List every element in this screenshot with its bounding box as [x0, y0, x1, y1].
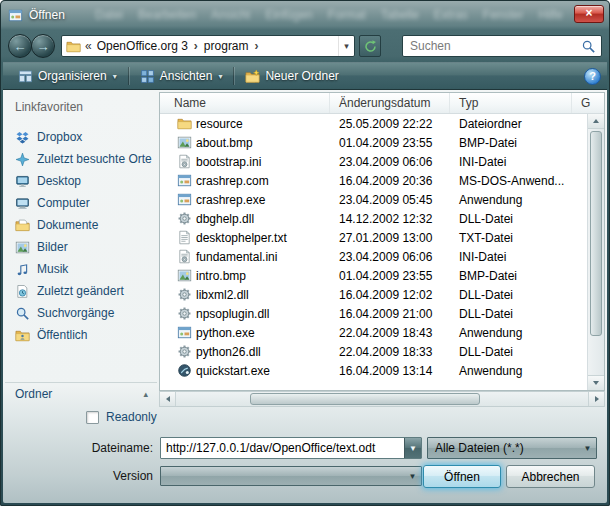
background-menu-item: Bearbeiten	[138, 8, 196, 22]
file-type: INI-Datei	[450, 155, 572, 169]
sidebar-item-zuletzt-besuchte-orte[interactable]: Zuletzt besuchte Orte	[5, 148, 157, 170]
file-date: 16.04.2009 20:36	[330, 174, 450, 188]
version-label: Version	[3, 469, 153, 483]
breadcrumb-dropdown-button[interactable]: ▾	[338, 36, 354, 56]
recent-places-icon	[15, 152, 30, 167]
sidebar-item-dokumente[interactable]: Dokumente	[5, 214, 157, 236]
image-icon	[177, 135, 192, 150]
background-menu-item: Hilfe	[539, 8, 563, 22]
filename-dropdown-button[interactable]: ▼	[404, 438, 421, 458]
file-name: intro.bmp	[196, 269, 246, 283]
column-header-anderungsdatum[interactable]: Änderungsdatum	[330, 93, 450, 113]
readonly-row: Readonly	[86, 410, 157, 424]
background-menu-item: Extras	[434, 8, 468, 22]
file-row[interactable]: about.bmp01.04.2009 23:55BMP-Datei	[160, 133, 587, 152]
sidebar-item-suchvorgange[interactable]: Suchvorgänge	[5, 302, 157, 324]
file-type: Dateiordner	[450, 117, 572, 131]
file-row[interactable]: fundamental.ini23.04.2009 06:06INI-Datei	[160, 247, 587, 266]
views-icon	[140, 69, 155, 84]
column-header-name[interactable]: Name	[160, 93, 330, 113]
dropbox-icon	[15, 130, 30, 145]
ini-icon	[177, 249, 192, 264]
readonly-checkbox[interactable]	[86, 411, 99, 424]
sidebar-item-dropbox[interactable]: Dropbox	[5, 126, 157, 148]
breadcrumb-item-program[interactable]: program	[202, 39, 251, 53]
scroll-right-button[interactable]	[588, 392, 604, 406]
column-header-typ[interactable]: Typ	[450, 93, 572, 113]
address-bar[interactable]: « OpenOffice.org 3›program› ▾	[61, 35, 355, 57]
triangle-down-icon	[593, 381, 599, 385]
sidebar-item-computer[interactable]: Computer	[5, 192, 157, 214]
background-menu-item: Ansicht	[211, 8, 250, 22]
triangle-left-icon	[166, 396, 170, 402]
file-date: 16.04.2009 13:14	[330, 364, 450, 378]
refresh-button[interactable]	[359, 35, 381, 57]
toolbar-button-neuer-ordner[interactable]: Neuer Ordner	[236, 64, 347, 88]
sidebar-item-offentlich[interactable]: Öffentlich	[5, 324, 157, 346]
search-input[interactable]	[408, 38, 581, 54]
sidebar-item-zuletzt-geandert[interactable]: Zuletzt geändert	[5, 280, 157, 302]
filename-input[interactable]	[161, 438, 404, 458]
file-name: python26.dll	[196, 345, 261, 359]
file-name: about.bmp	[196, 136, 253, 150]
scroll-up-button[interactable]	[588, 114, 604, 129]
desktop-icon	[15, 174, 30, 189]
sidebar-item-bilder[interactable]: Bilder	[5, 236, 157, 258]
toolbar-button-organisieren[interactable]: Organisieren▾	[9, 64, 126, 88]
file-row[interactable]: libxml2.dll16.04.2009 12:02DLL-Datei	[160, 285, 587, 304]
folder-icon	[177, 116, 192, 131]
vertical-scrollbar[interactable]	[587, 114, 604, 390]
quickstart-icon	[177, 363, 192, 378]
breadcrumb-items: OpenOffice.org 3›program›	[95, 39, 263, 53]
scroll-down-button[interactable]	[588, 375, 604, 390]
searches-icon	[15, 306, 30, 321]
filetype-combo[interactable]: Alle Dateien (*.*) ▼	[427, 437, 597, 459]
titlebar[interactable]: Öffnen DateiBearbeitenAnsichtEinfügenFor…	[0, 0, 610, 30]
background-menu-item: Datei	[95, 8, 123, 22]
file-row[interactable]: dbghelp.dll14.12.2002 12:32DLL-Datei	[160, 209, 587, 228]
filename-combo[interactable]: ▼	[160, 437, 422, 459]
sidebar-item-musik[interactable]: Musik	[5, 258, 157, 280]
file-row[interactable]: python.exe22.04.2009 18:43Anwendung	[160, 323, 587, 342]
horizontal-scroll-thumb[interactable]	[250, 393, 480, 405]
file-row[interactable]: resource25.05.2009 22:22Dateiordner	[160, 114, 587, 133]
file-row[interactable]: npsoplugin.dll16.04.2009 21:00DLL-Datei	[160, 304, 587, 323]
file-type: DLL-Datei	[450, 212, 572, 226]
txt-icon	[177, 230, 192, 245]
file-date: 14.12.2002 12:32	[330, 212, 450, 226]
file-row[interactable]: bootstrap.ini23.04.2009 06:06INI-Datei	[160, 152, 587, 171]
horizontal-scrollbar[interactable]	[159, 391, 605, 407]
file-date: 23.04.2009 06:06	[330, 155, 450, 169]
close-button[interactable]: ×	[574, 5, 604, 23]
sidebar-item-desktop[interactable]: Desktop	[5, 170, 157, 192]
toolbar-button-ansichten[interactable]: Ansichten▾	[131, 64, 232, 88]
breadcrumb-item-openoffice-org-3[interactable]: OpenOffice.org 3	[95, 39, 190, 53]
file-type: DLL-Datei	[450, 307, 572, 321]
column-header-g[interactable]: G	[572, 93, 604, 113]
file-row[interactable]: intro.bmp01.04.2009 23:55BMP-Datei	[160, 266, 587, 285]
open-button[interactable]: Öffnen	[423, 465, 501, 488]
back-button[interactable]: ←	[8, 34, 32, 58]
vertical-scroll-thumb[interactable]	[590, 131, 602, 336]
breadcrumb-separator-icon[interactable]: ›	[251, 39, 263, 53]
breadcrumb-overflow[interactable]: «	[85, 39, 92, 53]
file-row[interactable]: desktophelper.txt27.01.2009 13:00TXT-Dat…	[160, 228, 587, 247]
folders-bar[interactable]: Ordner ▴	[5, 382, 157, 404]
file-list: NameÄnderungsdatumTypG resource25.05.200…	[159, 92, 605, 391]
file-row[interactable]: crashrep.com16.04.2009 20:36MS-DOS-Anwen…	[160, 171, 587, 190]
help-button[interactable]: ?	[584, 68, 601, 85]
file-name: python.exe	[196, 326, 255, 340]
chevron-up-icon: ▴	[143, 389, 148, 399]
file-row[interactable]: python26.dll22.04.2009 18:33DLL-Datei	[160, 342, 587, 361]
search-box[interactable]	[402, 35, 602, 57]
forward-button[interactable]: →	[31, 34, 55, 58]
version-combo[interactable]: ▼	[160, 466, 422, 486]
scroll-left-button[interactable]	[160, 392, 176, 406]
cancel-button[interactable]: Abbrechen	[506, 465, 595, 488]
file-row[interactable]: crashrep.exe23.04.2009 05:45Anwendung	[160, 190, 587, 209]
breadcrumb-separator-icon[interactable]: ›	[190, 39, 202, 53]
file-row[interactable]: quickstart.exe16.04.2009 13:14Anwendung	[160, 361, 587, 380]
file-type: INI-Datei	[450, 250, 572, 264]
file-name: fundamental.ini	[196, 250, 277, 264]
sidebar-header: Linkfavoriten	[5, 92, 157, 122]
